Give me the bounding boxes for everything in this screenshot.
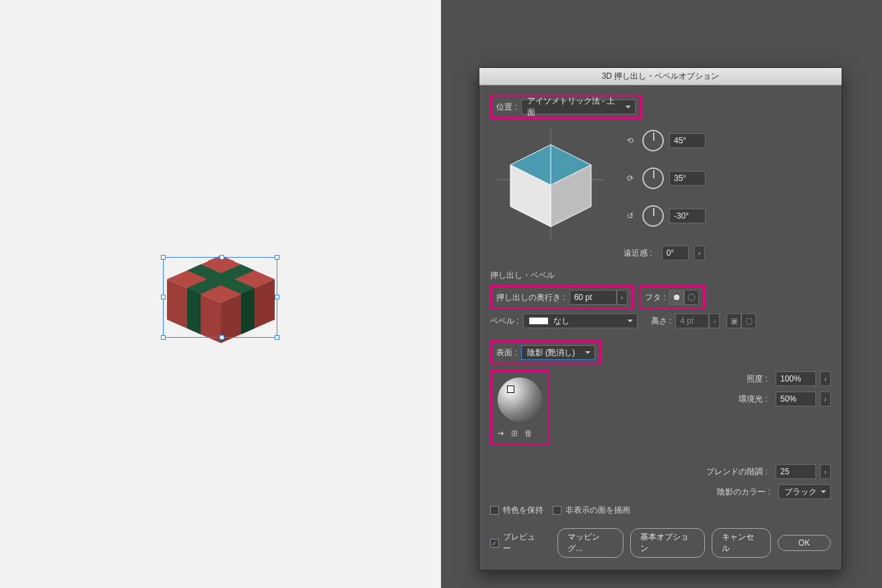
position-highlight: 位置 : アイソメトリック法 - 上面	[490, 95, 642, 119]
handle-mr[interactable]	[275, 295, 279, 299]
perspective-label: 遠近感 :	[623, 248, 652, 259]
shade-color-dropdown[interactable]: ブラック	[778, 484, 831, 499]
light-back-icon[interactable]: ➜	[498, 429, 504, 438]
dial-z[interactable]	[642, 205, 664, 227]
cap-on-button[interactable]	[669, 290, 684, 305]
surface-highlight: 表面 : 陰影 (艶消し)	[490, 340, 601, 365]
intensity-spinner[interactable]: ›	[820, 371, 831, 386]
position-label: 位置 :	[496, 102, 517, 113]
extrude-depth-label: 押し出しの奥行き :	[496, 292, 566, 303]
bevel-dropdown[interactable]: なし	[523, 314, 638, 328]
handle-tr[interactable]	[275, 255, 279, 260]
height-input: 4 pt	[675, 314, 709, 328]
perspective-input[interactable]: 0°	[662, 246, 689, 260]
surface-label: 表面 :	[496, 347, 517, 359]
angle-y-input[interactable]: 35°	[669, 171, 706, 186]
angle-z-input[interactable]: -30°	[669, 209, 706, 223]
intensity-label: 照度 :	[747, 373, 768, 385]
dial-x[interactable]	[642, 130, 664, 151]
ambient-input[interactable]: 50%	[776, 392, 816, 406]
cancel-button[interactable]: キャンセル	[712, 528, 771, 558]
svg-point-20	[688, 294, 695, 301]
intensity-input[interactable]: 100%	[776, 371, 816, 386]
position-dropdown[interactable]: アイソメトリック法 - 上面	[521, 100, 636, 114]
blend-label: ブレンドの階調 :	[706, 466, 768, 478]
canvas-area[interactable]	[0, 0, 441, 588]
rotate-y-icon: ⟳	[623, 172, 637, 185]
cap-highlight: フタ :	[639, 285, 706, 309]
shade-color-label: 陰影のカラー :	[717, 486, 770, 498]
basic-options-button[interactable]: 基本オプション	[630, 528, 705, 558]
dial-y[interactable]	[642, 168, 664, 189]
bevel-label: ベベル :	[490, 316, 519, 327]
gift-box-preview[interactable]	[167, 256, 275, 350]
rotation-cube[interactable]	[490, 126, 611, 244]
extrude-depth-spinner[interactable]: ›	[617, 290, 627, 305]
handle-br[interactable]	[275, 335, 279, 340]
angle-x-input[interactable]: 45°	[669, 133, 706, 148]
handle-tl[interactable]	[161, 255, 166, 260]
blend-input[interactable]: 25	[776, 464, 816, 479]
surface-dropdown[interactable]: 陰影 (艶消し)	[521, 345, 595, 360]
dialog-3d-extrude-bevel: 3D 押し出し・ベベルオプション 位置 : アイソメトリック法 - 上面	[479, 67, 842, 571]
extrude-depth-input[interactable]: 60 pt	[570, 290, 617, 305]
mapping-button[interactable]: マッピング...	[557, 528, 623, 558]
light-sphere[interactable]	[498, 377, 542, 422]
handle-bl[interactable]	[161, 335, 166, 340]
cap-label: フタ :	[645, 292, 666, 303]
rotate-x-icon: ⟲	[623, 134, 637, 147]
light-delete-icon: 🗑	[524, 429, 533, 438]
cap-off-button[interactable]	[684, 290, 699, 305]
light-add-icon[interactable]: ⊞	[511, 429, 518, 438]
rotate-z-icon: ↺	[623, 209, 637, 223]
blend-spinner[interactable]: ›	[820, 464, 831, 479]
ambient-label: 環境光 :	[739, 394, 768, 405]
extrude-depth-highlight: 押し出しの奥行き : 60 pt ›	[490, 285, 634, 309]
handle-bc[interactable]	[219, 335, 224, 340]
handle-ml[interactable]	[161, 295, 166, 299]
preview-checkbox[interactable]: ✓ プレビュー	[490, 531, 541, 554]
side-panel: 3D 押し出し・ベベルオプション 位置 : アイソメトリック法 - 上面	[441, 0, 882, 588]
perspective-spinner[interactable]: ›	[694, 246, 705, 260]
bevel-out-button: ▢	[741, 314, 756, 328]
ambient-spinner[interactable]: ›	[820, 392, 831, 406]
height-spinner: ›	[709, 314, 720, 328]
light-sphere-highlight: ➜ ⊞ 🗑	[490, 370, 549, 445]
bevel-in-button: ▣	[726, 314, 741, 328]
selection-box	[163, 257, 277, 338]
dialog-title: 3D 押し出し・ベベルオプション	[479, 68, 842, 85]
ok-button[interactable]: OK	[778, 535, 831, 551]
preserve-spot-checkbox[interactable]: 特色を保持	[490, 505, 543, 516]
draw-hidden-checkbox[interactable]: 非表示の面を描画	[553, 505, 630, 516]
handle-tc[interactable]	[219, 255, 224, 260]
extrude-section-label: 押し出し・ベベル	[490, 270, 831, 281]
height-label: 高さ :	[651, 316, 672, 327]
